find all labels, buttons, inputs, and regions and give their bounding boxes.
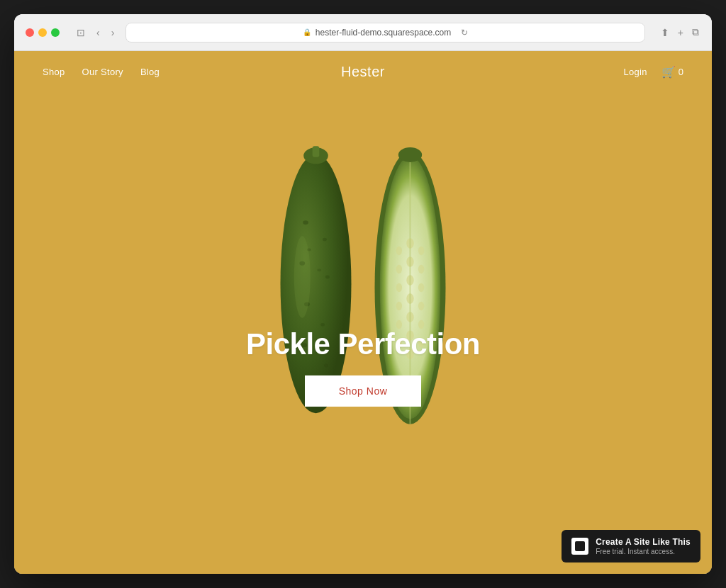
svg-point-13 <box>294 237 311 318</box>
cart-button[interactable]: 🛒 0 <box>661 65 683 79</box>
nav-right: Login 🛒 0 <box>623 65 683 79</box>
browser-nav-controls: ⊡ ‹ › <box>74 26 117 40</box>
svg-point-25 <box>418 283 424 292</box>
svg-point-32 <box>396 302 402 310</box>
nav-login[interactable]: Login <box>623 67 647 77</box>
nav-blog[interactable]: Blog <box>140 67 160 77</box>
sidebar-toggle-button[interactable]: ⊡ <box>74 26 88 40</box>
browser-chrome: ⊡ ‹ › 🔒 hester-fluid-demo.squarespace.co… <box>14 14 712 51</box>
svg-point-24 <box>418 265 424 273</box>
hero-content: Pickle Perfection Shop Now <box>150 327 576 407</box>
refresh-icon[interactable]: ↻ <box>461 28 468 38</box>
minimize-button[interactable] <box>38 28 47 37</box>
close-button[interactable] <box>26 28 34 37</box>
cart-icon: 🛒 <box>661 65 676 79</box>
svg-point-36 <box>398 147 422 162</box>
brand-logo[interactable]: Hester <box>341 64 385 79</box>
nav-shop[interactable]: Shop <box>43 67 65 77</box>
badge-text: Create A Site Like This Free trial. Inst… <box>596 537 691 555</box>
browser-window: ⊡ ‹ › 🔒 hester-fluid-demo.squarespace.co… <box>14 14 712 574</box>
duplicate-button[interactable]: ⧉ <box>691 25 700 40</box>
badge-sub-text: Free trial. Instant access. <box>596 548 691 555</box>
svg-point-29 <box>396 247 402 255</box>
svg-point-4 <box>325 276 330 279</box>
svg-point-31 <box>396 283 402 292</box>
hero-section: Shop Our Story Blog Hester Login 🛒 0 P <box>14 51 712 574</box>
nav-left: Shop Our Story Blog <box>43 67 160 77</box>
main-nav: Shop Our Story Blog Hester Login 🛒 0 <box>14 51 712 93</box>
browser-action-buttons: ⬆ + ⧉ <box>659 25 700 40</box>
hero-title: Pickle Perfection <box>150 327 576 361</box>
back-button[interactable]: ‹ <box>94 26 103 40</box>
website-content: Shop Our Story Blog Hester Login 🛒 0 P <box>14 51 712 574</box>
svg-point-30 <box>396 265 402 273</box>
svg-rect-12 <box>313 147 320 157</box>
squarespace-badge[interactable]: Create A Site Like This Free trial. Inst… <box>562 530 700 562</box>
cart-count: 0 <box>678 67 683 77</box>
badge-main-text: Create A Site Like This <box>596 537 691 547</box>
svg-point-26 <box>418 302 424 310</box>
address-bar[interactable]: 🔒 hester-fluid-demo.squarespace.com ↻ <box>125 23 644 43</box>
svg-point-6 <box>320 323 325 327</box>
svg-point-10 <box>317 269 321 272</box>
maximize-button[interactable] <box>51 28 60 37</box>
nav-our-story[interactable]: Our Story <box>82 67 123 77</box>
svg-point-1 <box>303 221 308 225</box>
squarespace-logo <box>571 538 588 555</box>
nav-center: Hester <box>341 64 385 80</box>
squarespace-logo-inner <box>575 541 585 551</box>
forward-button[interactable]: › <box>108 26 118 40</box>
url-text: hester-fluid-demo.squarespace.com <box>315 28 451 38</box>
new-tab-button[interactable]: + <box>676 26 685 40</box>
traffic-lights <box>26 28 60 37</box>
share-button[interactable]: ⬆ <box>659 26 671 40</box>
lock-icon: 🔒 <box>303 28 311 36</box>
svg-point-23 <box>418 247 424 255</box>
svg-point-2 <box>323 238 327 242</box>
shop-now-button[interactable]: Shop Now <box>305 375 422 407</box>
